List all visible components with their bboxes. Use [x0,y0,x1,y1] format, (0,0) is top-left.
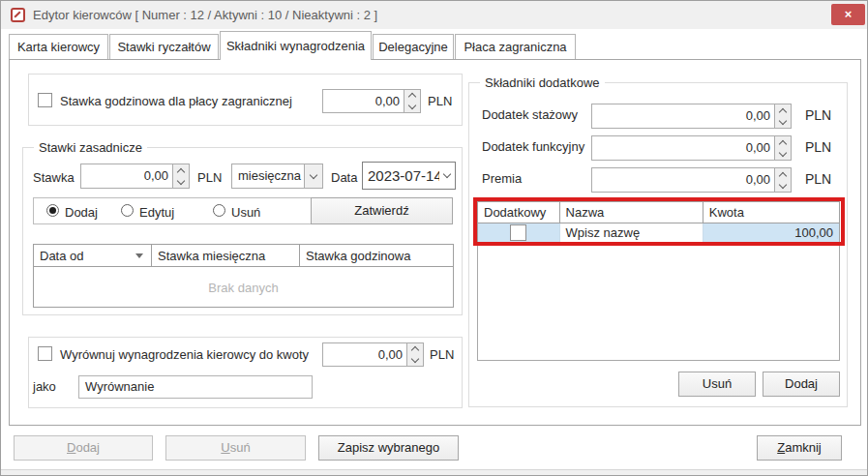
equalize-name-input[interactable]: Wyrównanie [78,375,313,399]
tab-delegacyjne[interactable]: Delegacyjne [373,34,454,60]
equalize-label[interactable]: Wyrównuj wynagrodzenia kierowcy do kwoty [60,347,309,362]
additional-components-title: Składniki dodatkowe [480,75,605,90]
rate-spinner: 0,00 [80,164,190,189]
spin-up-button[interactable] [775,168,791,180]
chevron-down-icon[interactable] [304,164,322,188]
currency-label: PLN [430,347,454,362]
table-row[interactable]: Wpisz nazwę 100,00 [478,223,839,242]
chevron-up-icon [408,93,416,101]
foreign-hourly-rate-input[interactable]: 0,00 [323,90,404,112]
column-header-kwota[interactable]: Kwota [703,202,839,223]
currency-label: PLN [805,171,831,187]
window-bottom-edge [1,469,867,476]
currency-label: PLN [428,94,452,108]
foreign-hourly-rate-label[interactable]: Stawka godzinowa dla płacy zagranicznej [60,94,292,108]
spin-down-button[interactable] [775,116,791,128]
tab-skladniki-wynagrodzenia[interactable]: Składniki wynagrodzenia [220,31,372,60]
spin-up-button[interactable] [407,343,423,355]
chevron-up-icon [779,171,787,179]
bonus-input[interactable]: 0,00 [592,168,774,192]
chevron-up-icon [779,107,787,115]
rate-period-select[interactable]: miesięczna [231,164,323,189]
save-selected-button[interactable]: Zapisz wybranego [318,435,459,461]
close-dialog-button[interactable]: Zamknij [757,435,842,461]
chevron-down-icon [439,163,455,189]
chevron-down-icon [411,355,419,363]
extras-table: Dodatkowy Nazwa Kwota Wpisz nazwę 100,00 [477,201,840,242]
bonus-spinner: 0,00 [591,167,792,193]
seniority-allowance-input[interactable]: 0,00 [592,104,774,128]
date-label: Data [331,170,357,185]
rate-date-picker[interactable]: 2023-07-14 [362,162,456,190]
confirm-button[interactable]: Zatwierdź [311,197,453,224]
chevron-down-icon [408,102,416,109]
spinner-buttons [406,343,423,366]
tab-placa-zagraniczna[interactable]: Płaca zagraniczna [455,34,576,60]
column-header-dodatkowy[interactable]: Dodatkowy [478,202,560,223]
spin-up-button[interactable] [173,164,189,176]
spinner-buttons [404,90,420,112]
spin-down-button[interactable] [407,355,423,367]
column-header-nazwa[interactable]: Nazwa [560,202,703,223]
spinner-buttons [172,164,189,188]
title-bar[interactable]: Edytor kierowców [ Numer : 12 / Aktywni … [1,1,867,29]
extras-add-button[interactable]: Dodaj [763,372,840,397]
rates-table-body: Brak danych [34,267,453,308]
spin-up-button[interactable] [775,104,791,116]
rate-input[interactable]: 0,00 [81,164,172,188]
spinner-buttons [774,104,791,128]
footer-add-button: Dodaj [14,435,153,461]
spin-down-button[interactable] [404,102,420,113]
equalize-checkbox[interactable] [38,346,52,361]
function-allowance-input[interactable]: 0,00 [592,136,774,160]
row-name-cell[interactable]: Wpisz nazwę [560,223,703,242]
rates-table: Data od Stawka miesięczna Stawka godzino… [33,244,454,308]
row-amount-cell[interactable]: 100,00 [703,223,839,242]
row-checkbox[interactable] [510,224,526,241]
extras-remove-button[interactable]: Usuń [678,372,756,397]
radio-usun-label[interactable]: Usuń [231,205,260,220]
extras-table-header: Dodatkowy Nazwa Kwota [478,202,839,223]
radio-edytuj[interactable] [121,204,134,217]
footer-remove-button: Usuń [165,435,306,461]
chevron-down-icon [779,148,787,156]
radio-edytuj-label[interactable]: Edytuj [139,205,174,220]
equalize-spinner: 0,00 [322,342,424,367]
rate-date-value: 2023-07-14 [363,163,439,189]
row-checkbox-cell[interactable] [478,223,560,242]
spin-down-button[interactable] [775,148,791,160]
equalize-input[interactable]: 0,00 [323,343,406,366]
chevron-up-icon [411,346,419,354]
spin-down-button[interactable] [173,176,189,188]
rates-table-header: Data od Stawka miesięczna Stawka godzino… [34,245,453,267]
radio-dodaj-label[interactable]: Dodaj [65,205,98,220]
foreign-hourly-rate-checkbox[interactable] [38,93,52,107]
sort-desc-icon [135,253,143,258]
spin-down-button[interactable] [775,180,791,192]
function-allowance-spinner: 0,00 [591,135,792,161]
app-icon [11,8,25,22]
tab-karta-kierowcy[interactable]: Karta kierowcy [9,34,108,60]
empty-text: Brak danych [208,281,278,295]
spinner-buttons [774,136,791,160]
bonus-label: Premia [482,171,522,186]
window-title: Edytor kierowców [ Numer : 12 / Aktywni … [33,8,377,22]
chevron-up-icon [779,139,787,147]
column-header-data-od[interactable]: Data od [34,245,152,266]
spin-up-button[interactable] [404,90,420,102]
extras-table-body [477,245,840,361]
tab-stawki-ryczaltow[interactable]: Stawki ryczałtów [109,34,219,60]
currency-label: PLN [805,139,831,155]
radio-dodaj[interactable] [46,204,59,217]
close-button[interactable]: × [831,4,865,25]
seniority-allowance-label: Dodatek stażowy [482,107,578,122]
column-header-stawka-miesieczna[interactable]: Stawka miesięczna [152,245,300,266]
dialog-window: Edytor kierowców [ Numer : 12 / Aktywni … [0,0,868,476]
spin-up-button[interactable] [775,136,791,148]
column-header-stawka-godzinowa[interactable]: Stawka godzinowa [300,245,453,266]
function-allowance-label: Dodatek funkcyjny [482,139,584,154]
chevron-down-icon [779,116,787,124]
seniority-allowance-spinner: 0,00 [591,104,792,129]
radio-usun[interactable] [213,204,225,217]
base-rates-group-title: Stawki zasadnicze [34,140,147,155]
